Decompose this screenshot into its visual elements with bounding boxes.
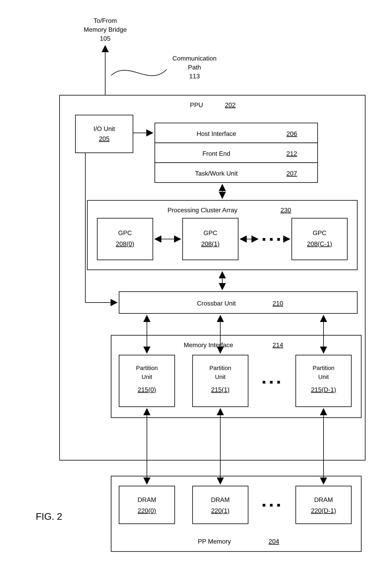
host-interface-ref: 206 [286,130,297,137]
pca-ref: 230 [280,206,291,214]
dram-1: DRAM 220(1) [192,486,248,524]
ppu-title: PPU [190,101,203,108]
gpc-1-ref: 208(1) [201,240,220,247]
pu-d1: Partition Unit 215(D-1) [296,355,351,407]
gpc-c1-ref: 208(C-1) [307,240,332,247]
pu-0: Partition Unit 215(0) [119,355,175,407]
io-unit-box [76,115,133,153]
mi-ref: 214 [272,341,283,349]
dram-d1-label: DRAM [314,496,333,503]
crossbar-box [119,292,357,313]
task-work-unit-label: Task/Work Unit [195,170,238,177]
bridge-ref: 105 [100,35,110,42]
io-unit-label: I/O Unit [94,125,115,132]
pu-d1-ref: 215(D-1) [311,386,336,393]
front-end-ref: 212 [286,150,297,157]
pu-1-ref: 215(1) [211,386,230,393]
ppmem-title: PP Memory [198,538,231,545]
dram-0: DRAM 220(0) [119,486,175,524]
comm-label-2: Path [188,64,201,71]
figure-label: FIG. 2 [36,511,62,522]
gpc-0-label: GPC [118,229,132,236]
svg-rect-1 [182,218,238,260]
dram-0-ref: 220(0) [138,507,156,514]
gpc-0: GPC 208(0) [97,218,153,260]
gpc-c1: GPC 208(C-1) [292,218,347,260]
svg-rect-2 [292,218,347,260]
dram-dots: ■ ■ ■ [262,502,282,508]
svg-rect-6 [119,486,175,524]
comm-ref: 113 [189,73,200,80]
pu-d1-l1: Partition [312,365,334,371]
pu-1-l1: Partition [210,365,231,371]
pu-0-ref: 215(0) [138,386,156,393]
gpc-0-ref: 208(0) [116,240,134,247]
pu-dots: ■ ■ ■ [262,379,282,385]
crossbar-label: Crossbar Unit [197,300,236,307]
crossbar-ref: 210 [272,300,283,307]
comm-label-1: Communication [172,55,216,62]
svg-rect-7 [192,486,248,524]
svg-rect-8 [296,486,351,524]
svg-rect-5 [296,355,351,407]
comm-leader [111,69,167,75]
ppmem-ref: 204 [268,538,279,545]
pca-title: Processing Cluster Array [168,206,238,214]
host-interface-label: Host Interface [196,130,236,137]
bridge-label-1: To/From [94,17,117,24]
mi-title: Memory Interface [184,341,233,349]
bridge-label-2: Memory Bridge [84,26,127,33]
dram-d1: DRAM 220(D-1) [296,486,351,524]
pu-0-l1: Partition [136,365,158,371]
svg-rect-0 [97,218,153,260]
task-work-unit-ref: 207 [286,170,297,177]
front-end-label: Front End [202,150,230,157]
gpc-1-label: GPC [204,229,217,236]
svg-rect-4 [192,355,248,407]
pu-0-l2: Unit [142,374,152,380]
dram-d1-ref: 220(D-1) [311,507,336,514]
dram-0-label: DRAM [138,496,156,503]
svg-rect-3 [119,355,175,407]
pu-1-l2: Unit [215,374,226,380]
gpc-dots: ■ ■ ■ [262,236,282,242]
dram-1-ref: 220(1) [211,507,230,514]
gpc-1: GPC 208(1) [182,218,238,260]
ppu-ref: 202 [225,101,236,108]
dram-1-label: DRAM [211,496,230,503]
pu-1: Partition Unit 215(1) [192,355,248,407]
io-unit-ref: 205 [99,135,109,142]
pu-d1-l2: Unit [318,374,329,380]
gpc-c1-label: GPC [312,229,326,236]
